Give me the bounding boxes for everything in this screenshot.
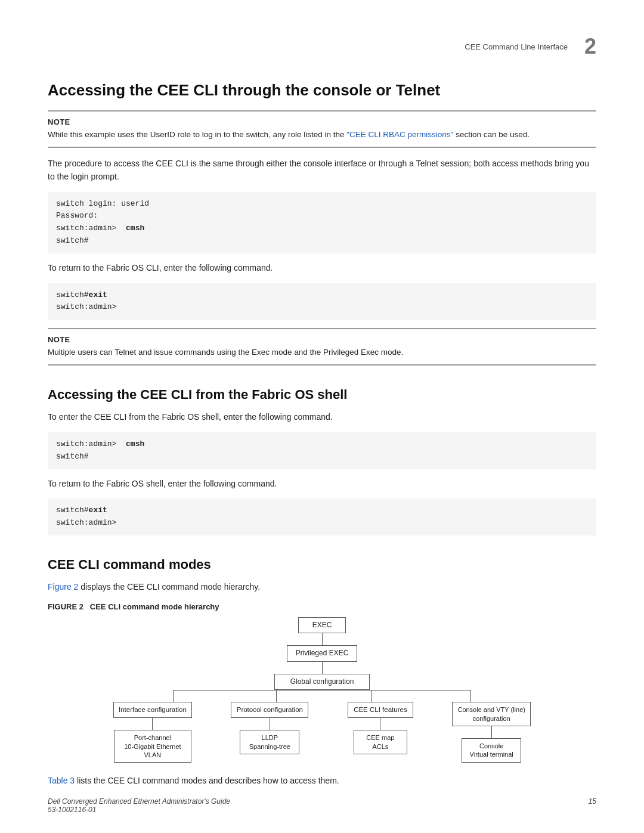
child-col-3: Console and VTY (line)configuration Cons… xyxy=(452,702,531,762)
grandchild-box-0: Port-channel10-Gigabit EthernetVLAN xyxy=(114,730,191,763)
note1-text-before: While this example uses the UserID role … xyxy=(48,130,346,139)
children-row: Interface configuration Port-channel10-G… xyxy=(113,702,531,763)
section2-title: Accessing the CEE CLI from the Fabric OS… xyxy=(48,387,596,402)
cee-cli-diagram: EXEC Privileged EXEC Global configuratio… xyxy=(48,617,596,763)
line-child0 xyxy=(152,718,153,730)
note2-label: NOTE xyxy=(48,335,596,344)
note1-text: While this example uses the UserID role … xyxy=(48,129,596,141)
line-child2 xyxy=(380,718,380,730)
grandchild-box-2: CEE mapACLs xyxy=(354,730,407,754)
page-footer: Dell Converged Enhanced Ethernet Adminis… xyxy=(48,797,596,814)
figure-label: FIGURE 2 CEE CLI command mode hierarchy xyxy=(48,602,596,611)
footer-doc-id: 53-1002116-01 xyxy=(48,806,96,814)
note2-text: Multiple users can Telnet and issue comm… xyxy=(48,346,596,358)
section2-code1: switch:admin> cmsh switch# xyxy=(48,432,596,469)
chapter-title: CEE Command Line Interface xyxy=(465,42,568,51)
exec-col: EXEC Privileged EXEC Global configuratio… xyxy=(274,617,370,690)
line-exec-priv xyxy=(322,633,323,645)
note1-link[interactable]: "CEE CLI RBAC permissions" xyxy=(346,130,453,139)
section2-para1: To enter the CEE CLI from the Fabric OS … xyxy=(48,411,596,424)
child-box-3: Console and VTY (line)configuration xyxy=(452,702,531,726)
line-child3 xyxy=(491,726,492,738)
child-box-0: Interface configuration xyxy=(113,702,192,718)
child-box-2: CEE CLI features xyxy=(348,702,413,718)
section1-code2: switch#exit switch:admin> xyxy=(48,283,596,320)
child-col-1: Protocol configuration LLDPSpanning-tree xyxy=(231,702,308,754)
section3-title: CEE CLI command modes xyxy=(48,557,596,572)
child-box-1: Protocol configuration xyxy=(231,702,308,718)
section1-para1: The procedure to access the CEE CLI is t… xyxy=(48,157,596,183)
diagram-children-section: Interface configuration Port-channel10-G… xyxy=(113,690,531,763)
grandchild-box-3: ConsoleVirtual terminal xyxy=(462,738,521,763)
footer-page-number: 15 xyxy=(589,797,596,814)
note-box-2: NOTE Multiple users can Telnet and issue… xyxy=(48,328,596,366)
privileged-exec-box: Privileged EXEC xyxy=(287,645,358,662)
section2-para2: To return to the Fabric OS shell, enter … xyxy=(48,478,596,491)
section1-title: Accessing the CEE CLI through the consol… xyxy=(48,81,596,100)
note-box-1: NOTE While this example uses the UserID … xyxy=(48,110,596,148)
footer-left: Dell Converged Enhanced Ethernet Adminis… xyxy=(48,797,230,814)
section1-para2: To return to the Fabric OS CLI, enter th… xyxy=(48,262,596,275)
line-child1 xyxy=(270,718,270,730)
section3-para2: Table 3 lists the CEE CLI command modes … xyxy=(48,775,596,788)
figure2-link[interactable]: Figure 2 xyxy=(48,582,78,592)
chapter-number: 2 xyxy=(584,36,596,57)
h-line-global xyxy=(173,690,471,690)
child-col-2: CEE CLI features CEE mapACLs xyxy=(348,702,413,754)
section3-para1: Figure 2 displays the CEE CLI command mo… xyxy=(48,581,596,594)
grandchild-box-1: LLDPSpanning-tree xyxy=(240,730,299,754)
h-connector-row xyxy=(119,690,525,702)
note1-label: NOTE xyxy=(48,117,596,126)
section2-code2: switch#exit switch:admin> xyxy=(48,498,596,535)
page-header: CEE Command Line Interface 2 xyxy=(48,36,596,57)
child-col-0: Interface configuration Port-channel10-G… xyxy=(113,702,192,763)
line-priv-global xyxy=(322,662,323,674)
table3-link[interactable]: Table 3 xyxy=(48,776,75,785)
section1-code1: switch login: userid Password: switch:ad… xyxy=(48,192,596,253)
note1-text-after: section can be used. xyxy=(453,130,530,139)
global-config-box: Global configuration xyxy=(274,674,370,690)
exec-box: EXEC xyxy=(298,617,346,634)
